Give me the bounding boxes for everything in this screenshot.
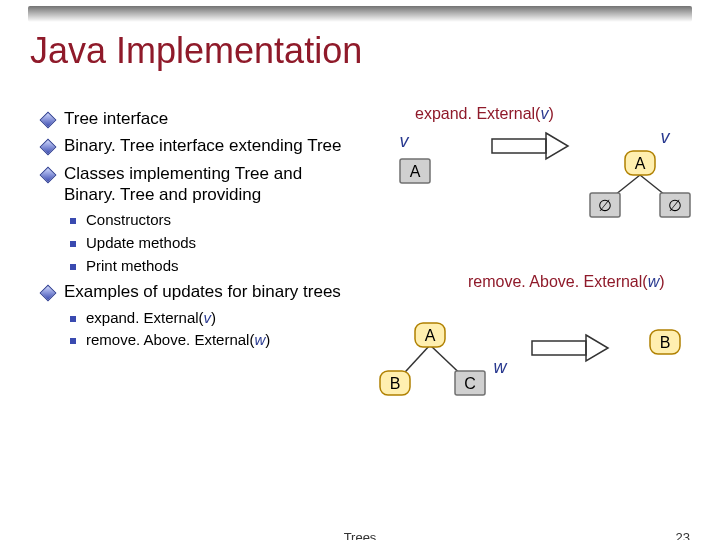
paren: ) <box>548 105 553 122</box>
svg-rect-0 <box>492 139 546 153</box>
sub-list: expand. External(v) remove. Above. Exter… <box>42 309 352 351</box>
bullet-text: Binary. Tree interface extending Tree <box>64 135 342 156</box>
square-icon <box>70 241 76 247</box>
label-w: w <box>494 357 508 377</box>
sub-pre: remove. Above. External( <box>86 331 254 348</box>
label-v: v <box>400 131 410 151</box>
square-icon <box>70 218 76 224</box>
diamond-icon <box>40 285 57 302</box>
slide-title: Java Implementation <box>30 30 362 72</box>
sub-item: Print methods <box>70 257 352 276</box>
bullet-item: Classes implementing Tree and Binary. Tr… <box>42 163 352 206</box>
bullet-item: Tree interface <box>42 108 352 129</box>
sub-text: Constructors <box>86 211 171 230</box>
node-A: A <box>410 163 421 180</box>
diamond-icon <box>40 166 57 183</box>
node-A: A <box>425 327 436 344</box>
bullet-text: Examples of updates for binary trees <box>64 281 341 302</box>
bullet-text: Tree interface <box>64 108 168 129</box>
sub-pre: expand. External( <box>86 309 204 326</box>
node-B: B <box>390 375 401 392</box>
node-A: A <box>635 155 646 172</box>
tree-after-expand: v A ∅ ∅ <box>580 131 700 231</box>
tree-after-remove: B <box>630 320 700 380</box>
var-w: w <box>648 273 660 290</box>
label-v: v <box>661 127 671 147</box>
top-shadow <box>28 6 692 22</box>
diamond-icon <box>40 112 57 129</box>
op-label-expand: expand. External(v) <box>415 105 554 123</box>
square-icon <box>70 338 76 344</box>
node-empty: ∅ <box>668 197 682 214</box>
sub-item: Constructors <box>70 211 352 230</box>
square-icon <box>70 264 76 270</box>
op-name: expand. External( <box>415 105 540 122</box>
sub-text: remove. Above. External(w) <box>86 331 270 350</box>
svg-marker-1 <box>546 133 568 159</box>
node-C: C <box>464 375 476 392</box>
sub-text: expand. External(v) <box>86 309 216 328</box>
bullet-item: Binary. Tree interface extending Tree <box>42 135 352 156</box>
square-icon <box>70 316 76 322</box>
sub-item: expand. External(v) <box>70 309 352 328</box>
footer-page: 23 <box>676 530 690 540</box>
var-v: v <box>204 309 212 326</box>
bullet-item: Examples of updates for binary trees <box>42 281 352 302</box>
diamond-icon <box>40 139 57 156</box>
svg-rect-13 <box>532 341 586 355</box>
arrow-icon <box>530 335 610 365</box>
bullet-text: Classes implementing Tree and Binary. Tr… <box>64 163 352 206</box>
sub-post: ) <box>265 331 270 348</box>
sub-item: remove. Above. External(w) <box>70 331 352 350</box>
op-label-remove: remove. Above. External(w) <box>468 273 665 291</box>
node-B: B <box>660 334 671 351</box>
sub-item: Update methods <box>70 234 352 253</box>
footer-center: Trees <box>344 530 377 540</box>
op-name: remove. Above. External( <box>468 273 648 290</box>
sub-text: Print methods <box>86 257 179 276</box>
sub-post: ) <box>211 309 216 326</box>
svg-marker-14 <box>586 335 608 361</box>
sub-text: Update methods <box>86 234 196 253</box>
tree-before-expand: v A <box>380 135 460 205</box>
arrow-icon <box>490 133 570 163</box>
node-empty: ∅ <box>598 197 612 214</box>
tree-before-remove: A B C w <box>360 305 530 425</box>
sub-list: Constructors Update methods Print method… <box>42 211 352 275</box>
bullet-list: Tree interface Binary. Tree interface ex… <box>42 108 352 354</box>
paren: ) <box>659 273 664 290</box>
var-w: w <box>254 331 265 348</box>
diagram-area: expand. External(v) v A v A ∅ ∅ remove. … <box>370 105 700 485</box>
